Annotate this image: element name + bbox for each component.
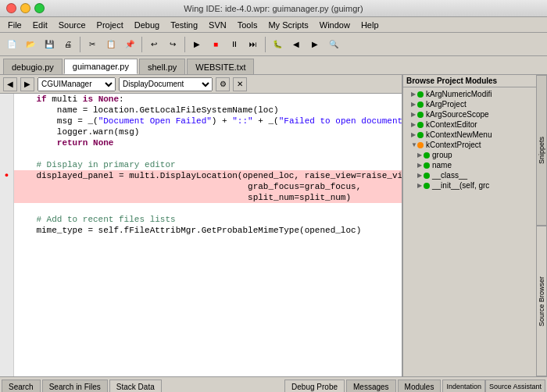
code-line-13: mime_type = self.fFileAttribMgr.GetProba… <box>14 225 402 236</box>
run-button[interactable]: ▶ <box>188 36 206 53</box>
tab-shell[interactable]: shell.py <box>139 59 185 74</box>
menu-window[interactable]: Window <box>315 20 355 30</box>
class-selector[interactable]: CGUIManager <box>38 77 116 91</box>
menu-edit[interactable]: Edit <box>28 20 52 30</box>
editor-gutter: ● <box>0 94 14 376</box>
module-dot-4 <box>417 132 424 138</box>
open-button[interactable]: 📂 <box>22 36 39 53</box>
code-line-4: logger.warn(msg) <box>14 127 402 137</box>
gutter-line-6 <box>0 148 13 159</box>
snippets-tab[interactable]: Snippets <box>536 75 547 226</box>
module-dot-3 <box>417 122 424 128</box>
module-item-1[interactable]: ▶ kArgProject <box>405 99 534 109</box>
editor-settings-btn[interactable]: ⚙ <box>216 77 230 91</box>
menu-help[interactable]: Help <box>356 20 384 30</box>
menu-debug[interactable]: Debug <box>130 20 164 30</box>
nav-prev-button[interactable]: ◀ <box>3 77 17 91</box>
undo-button[interactable]: ↩ <box>145 36 163 53</box>
module-item-5[interactable]: ▼ kContextProject <box>405 140 534 150</box>
tab-website[interactable]: WEBSITE.txt <box>187 59 254 74</box>
module-item-4[interactable]: ▶ kContextNewMenu <box>405 130 534 140</box>
menu-tools[interactable]: Tools <box>233 20 263 30</box>
module-item-8[interactable]: ▶ __class__ <box>405 170 534 180</box>
module-item-7[interactable]: ▶ name <box>405 160 534 170</box>
code-editor[interactable]: ● if multi is None: name = location.GetL… <box>0 94 402 376</box>
document-tabs: debugio.py guimanager.py shell.py WEBSIT… <box>0 56 547 75</box>
maximize-button[interactable] <box>34 3 45 13</box>
menu-testing[interactable]: Testing <box>166 20 202 30</box>
nav-back-button[interactable]: ◀ <box>288 36 305 53</box>
project-modules-header: Browse Project Modules <box>403 75 536 87</box>
menu-myscripts[interactable]: My Scripts <box>263 20 313 30</box>
window-controls[interactable] <box>6 3 45 13</box>
gutter-line-9 <box>0 181 13 192</box>
search-btn[interactable]: 🔍 <box>325 36 342 53</box>
code-line-3: msg = _("Document Open Failed") + "::" +… <box>14 116 402 127</box>
search-in-files-tab[interactable]: Search in Files <box>42 380 108 392</box>
toolbar-sep-2 <box>141 37 142 52</box>
module-item-2[interactable]: ▶ kArgSourceScope <box>405 109 534 119</box>
module-item-0[interactable]: ▶ kArgNumericModifi <box>405 89 534 99</box>
module-label-7: name <box>432 161 452 169</box>
module-arrow-1: ▶ <box>411 101 417 108</box>
indentation-tab[interactable]: Indentation <box>442 380 485 392</box>
menu-source[interactable]: Source <box>54 20 91 30</box>
module-dot-5 <box>417 142 424 148</box>
nav-fwd-button[interactable]: ▶ <box>306 36 324 53</box>
debug-probe-tab[interactable]: Debug Probe <box>284 380 345 392</box>
menu-project[interactable]: Project <box>92 20 128 30</box>
copy-button[interactable]: 📋 <box>102 36 120 53</box>
module-label-2: kArgSourceScope <box>426 110 489 119</box>
pause-button[interactable]: ⏸ <box>226 36 243 53</box>
bottom-panel: Search Search in Files Stack Data Debug … <box>0 376 547 392</box>
module-item-6[interactable]: ▶ group <box>405 150 534 160</box>
menu-svn[interactable]: SVN <box>204 20 231 30</box>
redo-button[interactable]: ↪ <box>164 36 181 53</box>
sidebar-top: Browse Project Modules ▶ kArgNumericModi… <box>403 75 547 376</box>
tab-guimanager[interactable]: guimanager.py <box>64 59 138 74</box>
module-arrow-0: ▶ <box>411 91 417 98</box>
menu-file[interactable]: File <box>3 20 27 30</box>
print-button[interactable]: 🖨 <box>59 36 77 53</box>
code-line-2: name = location.GetLocalFileSystemName(l… <box>14 105 402 116</box>
module-label-9: __init__(self, grc <box>432 181 489 190</box>
search-tab[interactable]: Search <box>2 380 41 392</box>
stack-data-tab[interactable]: Stack Data <box>109 380 162 392</box>
gutter-line-2 <box>0 105 13 116</box>
module-item-3[interactable]: ▶ kContextEditor <box>405 119 534 130</box>
modules-tab[interactable]: Modules <box>398 380 442 392</box>
editor-close-btn[interactable]: ✕ <box>233 77 247 91</box>
module-item-9[interactable]: ▶ __init__(self, grc <box>405 180 534 191</box>
new-button[interactable]: 📄 <box>3 36 20 53</box>
nav-next-button[interactable]: ▶ <box>20 77 34 91</box>
code-line-12: # Add to recent files lists <box>14 214 402 225</box>
save-button[interactable]: 💾 <box>41 36 58 53</box>
messages-tab[interactable]: Messages <box>346 380 396 392</box>
cut-button[interactable]: ✂ <box>84 36 101 53</box>
source-browser-tab[interactable]: Source Browser <box>536 226 547 376</box>
module-dot-8 <box>424 173 430 179</box>
module-arrow-5: ▼ <box>411 141 417 148</box>
debug-button[interactable]: 🐛 <box>269 36 286 53</box>
toolbar-sep-1 <box>80 37 80 52</box>
paste-button[interactable]: 📌 <box>121 36 138 53</box>
step-button[interactable]: ⏭ <box>245 36 262 53</box>
gutter-line-8[interactable]: ● <box>0 170 13 181</box>
menubar: File Edit Source Project Debug Testing S… <box>0 17 547 33</box>
gutter-line-4 <box>0 127 13 137</box>
method-selector[interactable]: DisplayDocument <box>119 77 213 91</box>
editor-area: ◀ ▶ CGUIManager DisplayDocument ⚙ ✕ <box>0 75 402 376</box>
gutter-line-11 <box>0 203 13 214</box>
source-assistant-tab[interactable]: Source Assistant <box>485 380 545 392</box>
code-content[interactable]: if multi is None: name = location.GetLoc… <box>14 94 402 376</box>
module-label-1: kArgProject <box>426 100 467 109</box>
code-line-10: split_num=split_num) <box>14 192 402 203</box>
module-label-6: group <box>432 151 452 159</box>
minimize-button[interactable] <box>20 3 30 13</box>
main-content: ◀ ▶ CGUIManager DisplayDocument ⚙ ✕ <box>0 75 547 376</box>
module-arrow-7: ▶ <box>417 162 424 169</box>
tab-debugio[interactable]: debugio.py <box>3 59 63 74</box>
stop-button[interactable]: ■ <box>207 36 224 53</box>
code-line-1: if multi is None: <box>14 94 402 105</box>
close-button[interactable] <box>6 3 16 13</box>
